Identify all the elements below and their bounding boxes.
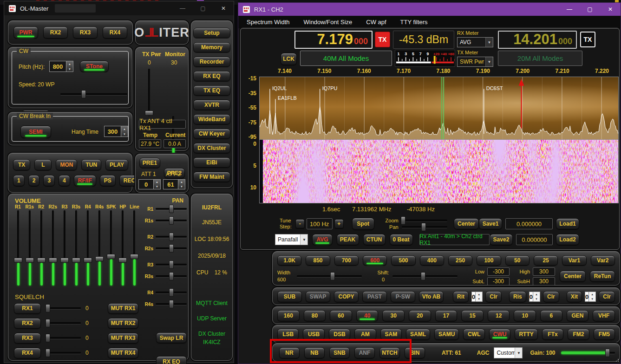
volume-slider-r2s[interactable] [49,210,57,286]
filter-var1-button[interactable]: Var1 [562,255,586,266]
rit-clear-button[interactable]: Clr [485,291,502,302]
side-menu-wideband-button[interactable]: WideBand [193,114,230,124]
power-rx3-button[interactable]: RX3 [73,26,98,39]
side-menu-memory-button[interactable]: Memory [193,42,230,52]
xit-spinner[interactable]: 0▲▼ [585,292,596,302]
ptt-tx-button[interactable]: TX [13,159,30,170]
mode-samu-button[interactable]: SAMU [434,329,459,340]
save1-button[interactable]: Save1 [479,218,502,229]
volume-slider-r4s[interactable] [95,210,104,286]
volume-slider-r3s[interactable] [72,210,80,286]
ris-clear-button[interactable]: Clr [543,291,559,302]
xit-clear-button[interactable]: Clr [599,291,615,302]
pan-slider-r2s[interactable] [156,246,187,251]
peak-button[interactable]: PEAK [337,234,359,245]
center-button[interactable]: Center [454,218,479,229]
vfo-a-display[interactable]: 7.179000 [294,31,373,49]
dsp-anf-button[interactable]: ANF [354,347,375,358]
tx-b-button[interactable]: TX [580,32,595,47]
filter-500-button[interactable]: 500 [391,255,415,266]
mode-fm5-button[interactable]: FM5 [594,329,615,340]
pan-slider-r1[interactable] [156,206,187,212]
dsp-nr-button[interactable]: NR [279,347,300,358]
band-gen-button[interactable]: GEN [567,310,589,321]
rx-select-rf-if-button[interactable]: RF/IF [74,175,96,186]
mute-rx1-button[interactable]: MUT RX1 [108,303,138,314]
dsp-bin-button[interactable]: BIN [405,347,425,358]
volume-slider-spk[interactable] [107,210,115,286]
rx-select-ps-button[interactable]: PS [100,175,116,186]
mode-ftx-button[interactable]: FTx [542,329,563,340]
subl-value[interactable]: -300 [487,277,510,286]
avg-button[interactable]: AVG [312,234,332,245]
side-menu-rx-eq-button[interactable]: RX EQ [193,71,230,81]
band-60-button[interactable]: 60 [330,310,352,321]
tx-a-button[interactable]: TX [375,32,390,47]
menu-spectrum-width[interactable]: Spectrum Width [247,19,289,26]
volume-slider-hp[interactable] [118,210,127,286]
pan-slider-r4s[interactable] [156,301,187,307]
volume-slider-r1s[interactable] [26,210,34,286]
filter-850-button[interactable]: 850 [306,255,330,266]
power-pwr-button[interactable]: PWR [13,26,38,39]
vfo-op-sub-button[interactable]: SUB [277,291,302,302]
vfo-op-swap-button[interactable]: SWAP [306,291,330,302]
volume-slider-r2[interactable] [37,210,46,286]
menu-window-font-size[interactable]: Window/Font Size [303,19,352,26]
pan-slider[interactable] [402,224,447,230]
volume-slider-line[interactable] [130,210,138,286]
vfo-op-copy-button[interactable]: COPY [334,291,359,302]
filter-width-slider[interactable] [297,273,362,279]
minimize-button[interactable]: — [172,1,193,15]
squelch-rx2-button[interactable]: RX2 [14,318,41,329]
spot-button[interactable]: Spot [352,218,374,230]
vfo-op-past-button[interactable]: PAST [362,291,387,302]
band-12-button[interactable]: 12 [488,310,510,321]
band-20-button[interactable]: 20 [409,310,431,321]
cw-speed-slider[interactable] [60,91,127,97]
filter-center-button[interactable]: Center [560,271,586,282]
vfo-b-display[interactable]: 14.201000 [498,31,577,49]
maximize-button[interactable]: ▢ [193,1,213,15]
swap-lr-button[interactable]: Swap LR [156,332,187,343]
zero-beat-button[interactable]: 0 Beat [390,234,413,245]
filter-var2-button[interactable]: Var2 [591,255,615,266]
filter-1-0k-button[interactable]: 1.0K [277,255,301,266]
ctun-button[interactable]: CTUN [363,234,386,245]
tx-pwr-slider[interactable] [145,69,153,116]
tune-step-minus-button[interactable]: - [295,219,305,228]
squelch-level-slider-rx1[interactable] [46,306,81,311]
load2-button[interactable]: Load2 [556,234,579,245]
squelch-level-slider-rx3[interactable] [46,335,81,341]
mute-rx3-button[interactable]: MUT RX3 [108,333,138,344]
subh-value[interactable]: 300 [533,277,555,286]
band-30-button[interactable]: 30 [382,310,405,321]
band-17-button[interactable]: 17 [435,310,458,321]
squelch-rx1-button[interactable]: RX1 [14,303,41,314]
tx-meter-select[interactable]: SWR Pwr▼ [457,57,493,67]
agc-select[interactable]: Custom▼ [494,347,523,358]
squelch-level-slider-rx2[interactable] [46,320,81,326]
band-6-button[interactable]: 6 [540,310,562,321]
pan-slider-r1s[interactable] [156,218,187,223]
side-menu-fw-maint-button[interactable]: FW Maint [193,172,230,182]
agc-gain-slider[interactable] [561,350,615,356]
squelch-rx3-button[interactable]: RX3 [14,333,41,344]
menu-tty-filters[interactable]: TTY filters [400,19,428,26]
ptt-tun-button[interactable]: TUN [81,159,101,170]
mode-usb-button[interactable]: USB [303,329,324,340]
vfo-op-vfo-ab-button[interactable]: Vfo AB [419,291,444,302]
rx-select-3-button[interactable]: 3 [43,175,55,186]
mode-saml-button[interactable]: SAML [406,329,430,340]
close-button[interactable]: ✕ [600,3,621,16]
mode-fm2-button[interactable]: FM2 [568,329,589,340]
mode-sam-button[interactable]: SAM [380,329,402,340]
xit-button[interactable]: Xit [567,291,582,302]
ptt-play-button[interactable]: PLAY [105,159,128,170]
rit-button[interactable]: Rit [453,291,469,302]
pan-slider-r2[interactable] [156,234,187,240]
ris-spinner[interactable]: 0▲▼ [529,292,540,302]
att2-spinner[interactable]: 61▲▼ [163,179,185,189]
pre1-button[interactable]: PRE1 [139,158,160,168]
mute-rx4-button[interactable]: MUT RX4 [108,348,138,358]
